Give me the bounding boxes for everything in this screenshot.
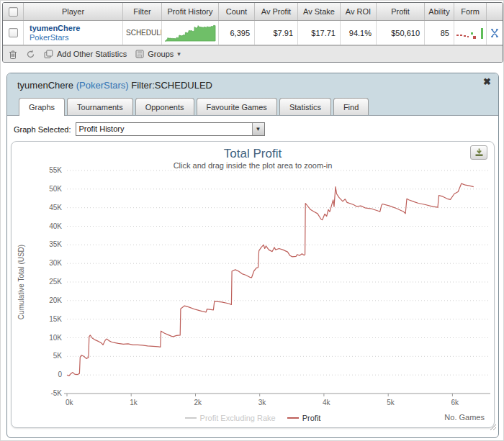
column-header-count[interactable]: Count — [219, 3, 255, 20]
panel-body: Graph Selected: Profit History ▼ 55K50K4… — [7, 115, 498, 432]
table-toolbar: Add Other Statistics Groups ▾ — [3, 45, 503, 62]
tab-statistics[interactable]: Statistics — [279, 98, 331, 116]
refresh-icon — [26, 50, 35, 59]
svg-text:6k: 6k — [451, 399, 459, 406]
svg-text:50K: 50K — [49, 185, 62, 193]
count-cell: 6,395 — [219, 21, 255, 45]
av-stake-cell: $17.71 — [298, 21, 341, 45]
graph-select-dropdown[interactable]: Profit History ▼ — [76, 122, 265, 136]
row-action-cell — [487, 21, 503, 45]
column-header-form[interactable]: Form — [454, 3, 487, 20]
resize-handle[interactable] — [489, 423, 497, 431]
download-chart-button[interactable] — [470, 145, 487, 160]
player-detail-panel: tyumenChere (PokerStars) Filter:SCHEDULE… — [6, 73, 499, 438]
svg-text:45K: 45K — [49, 204, 62, 212]
app-window: PlayerFilterProfit HistoryCountAv Profit… — [0, 0, 504, 441]
graph-select-row: Graph Selected: Profit History ▼ — [14, 122, 495, 136]
svg-text:0: 0 — [58, 370, 62, 378]
stats-table: PlayerFilterProfit HistoryCountAv Profit… — [2, 2, 503, 63]
legend-swatch — [185, 417, 197, 419]
svg-text:5K: 5K — [53, 352, 63, 360]
chart-legend: Profit Excluding RakeProfit — [12, 414, 494, 422]
graph-selected-label: Graph Selected: — [14, 125, 71, 134]
tab-graphs[interactable]: Graphs — [19, 98, 65, 116]
groups-caret-icon: ▾ — [177, 50, 181, 58]
legend-swatch — [287, 417, 299, 419]
profit-history-cell — [162, 21, 219, 45]
close-icon[interactable]: ✖ — [483, 77, 491, 87]
player-name-link[interactable]: tyumenChere — [30, 24, 80, 33]
svg-text:3k: 3k — [258, 399, 267, 406]
form-sparkline — [454, 25, 486, 41]
ability-cell: 85 — [425, 21, 454, 45]
row-checkbox-cell — [3, 21, 24, 45]
av-roi-cell: 94.1% — [341, 21, 377, 45]
column-header-av-profit[interactable]: Av Profit — [255, 3, 298, 20]
column-header-filter[interactable]: Filter — [123, 3, 162, 20]
groups-icon — [135, 50, 144, 58]
panel-title: tyumenChere (PokerStars) Filter:SCHEDULE… — [17, 80, 490, 91]
header-action-cell — [487, 3, 503, 20]
svg-text:15K: 15K — [49, 315, 62, 323]
svg-text:35K: 35K — [49, 240, 62, 248]
svg-text:2k: 2k — [194, 399, 203, 406]
chevron-down-icon[interactable]: ▼ — [252, 123, 264, 135]
svg-text:-5K: -5K — [50, 389, 62, 397]
chart-subtitle: Click and drag inside the plot area to z… — [12, 161, 494, 170]
groups-button[interactable]: Groups ▾ — [135, 50, 181, 58]
panel-filter-text: Filter:SCHEDULED — [131, 80, 212, 91]
row-checkbox[interactable] — [9, 28, 18, 37]
panel-header: tyumenChere (PokerStars) Filter:SCHEDULE… — [7, 73, 498, 115]
player-site-link[interactable]: PokerStars — [30, 33, 68, 42]
refresh-button[interactable] — [26, 50, 35, 59]
profit-cell: $50,610 — [377, 21, 425, 45]
filter-cell: SCHEDULED — [123, 21, 162, 45]
svg-text:30K: 30K — [49, 259, 62, 267]
column-header-av-roi[interactable]: Av ROI — [341, 3, 377, 20]
trash-icon — [9, 50, 17, 59]
table-row[interactable]: tyumenChere PokerStars SCHEDULED 6,395 $… — [3, 21, 503, 45]
column-header-profit-history[interactable]: Profit History — [162, 3, 219, 20]
svg-text:0k: 0k — [66, 399, 74, 406]
column-header-profit[interactable]: Profit — [377, 3, 425, 20]
tab-bar: GraphsTournamentsOpponentsFavourite Game… — [17, 97, 490, 115]
column-header-player[interactable]: Player — [24, 3, 123, 20]
chart-plot-area[interactable]: 55K50K45K40K35K30K25K20K15K10K5K0-5K0k1k… — [12, 142, 495, 429]
column-header-av-stake[interactable]: Av Stake — [298, 3, 341, 20]
add-other-statistics-label: Add Other Statistics — [57, 50, 127, 58]
legend-item-profit[interactable]: Profit — [287, 414, 321, 422]
add-other-statistics-button[interactable]: Add Other Statistics — [44, 50, 127, 59]
stats-table-header: PlayerFilterProfit HistoryCountAv Profit… — [3, 3, 503, 21]
row-close-icon[interactable] — [490, 29, 499, 37]
select-all-checkbox[interactable] — [9, 7, 18, 17]
svg-text:10K: 10K — [49, 334, 62, 342]
form-cell — [454, 21, 487, 45]
profit-chart: 55K50K45K40K35K30K25K20K15K10K5K0-5K0k1k… — [11, 141, 495, 428]
groups-label: Groups — [148, 50, 174, 58]
delete-button[interactable] — [9, 50, 17, 59]
chart-title: Total Profit — [12, 147, 494, 161]
svg-text:5k: 5k — [387, 399, 395, 406]
player-cell: tyumenChere PokerStars — [24, 21, 123, 45]
svg-text:40K: 40K — [49, 222, 62, 230]
svg-text:20K: 20K — [49, 296, 62, 304]
av-profit-cell: $7.91 — [255, 21, 298, 45]
tab-opponents[interactable]: Opponents — [135, 98, 194, 116]
panel-site-link[interactable]: (PokerStars) — [76, 80, 129, 91]
panel-player-name: tyumenChere — [17, 80, 73, 91]
tab-tournaments[interactable]: Tournaments — [67, 98, 133, 116]
tab-find[interactable]: Find — [333, 98, 369, 116]
svg-text:1k: 1k — [130, 399, 138, 406]
tab-favourite-games[interactable]: Favourite Games — [197, 98, 277, 116]
svg-text:25K: 25K — [49, 278, 62, 286]
copy-plus-icon — [44, 50, 53, 59]
download-icon — [474, 148, 484, 157]
select-all-cell — [3, 3, 24, 20]
profit-history-sparkline — [163, 23, 217, 43]
svg-text:Cumulative Total (USD): Cumulative Total (USD) — [17, 245, 25, 319]
legend-item-profit-excluding-rake[interactable]: Profit Excluding Rake — [185, 414, 276, 422]
column-header-ability[interactable]: Ability — [425, 3, 454, 20]
graph-select-value: Profit History — [76, 123, 252, 135]
x-axis-note: No. Games — [444, 413, 485, 422]
svg-text:4k: 4k — [323, 399, 331, 406]
